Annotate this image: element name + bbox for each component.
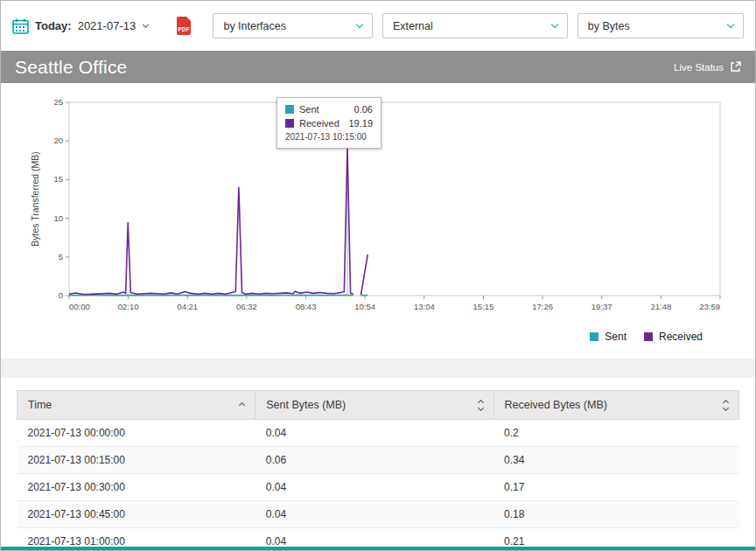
- bottom-accent-bar: [1, 547, 755, 550]
- sort-both-icon: [724, 401, 728, 410]
- sent-legend-swatch: [590, 332, 598, 341]
- table-cell: 0.04: [256, 474, 494, 501]
- chart-legend: Sent Received: [27, 329, 732, 345]
- chevron-down-icon: [356, 20, 363, 27]
- column-label-sent: Sent Bytes (MB): [266, 399, 346, 411]
- svg-text:06:32: 06:32: [236, 302, 257, 311]
- svg-text:19:37: 19:37: [592, 302, 612, 311]
- date-label: Today:: [35, 19, 72, 32]
- table-cell: 0.2: [494, 420, 739, 447]
- date-picker[interactable]: Today: 2021-07-13: [12, 18, 177, 34]
- interfaces-dropdown-value: by Interfaces: [223, 20, 286, 32]
- svg-text:20: 20: [53, 136, 63, 145]
- interfaces-dropdown[interactable]: by Interfaces: [213, 13, 372, 38]
- pdf-icon-label: PDF: [178, 26, 190, 35]
- table-row: 2021-07-13 00:30:000.040.17: [18, 474, 739, 501]
- svg-text:02:10: 02:10: [118, 302, 139, 311]
- table-cell: 0.06: [256, 447, 494, 474]
- table-cell: 2021-07-13 00:15:00: [18, 447, 256, 474]
- table-cell: 0.04: [256, 501, 494, 528]
- svg-text:25: 25: [53, 97, 63, 107]
- svg-text:08:43: 08:43: [296, 302, 317, 311]
- svg-text:04:21: 04:21: [177, 302, 198, 311]
- sort-asc-icon: [239, 401, 245, 408]
- metric-dropdown[interactable]: by Bytes: [578, 13, 744, 38]
- svg-text:17:26: 17:26: [532, 302, 553, 311]
- table-cell: 0.17: [494, 474, 739, 501]
- tooltip-received-row: Received 19.19: [285, 118, 373, 129]
- section-divider: [1, 359, 755, 378]
- svg-text:15:15: 15:15: [473, 302, 494, 311]
- tooltip-received-label: Received: [299, 118, 340, 129]
- toolbar: Today: 2021-07-13 PDF by Interfaces Exte…: [1, 1, 755, 51]
- chart-section: 051015202500:0002:1004:2106:3208:4310:54…: [1, 83, 755, 352]
- column-label-received: Received Bytes (MB): [505, 399, 607, 411]
- column-header-time[interactable]: Time: [18, 391, 256, 420]
- table-row: 2021-07-13 00:45:000.040.18: [18, 501, 739, 528]
- table-cell: 0.04: [256, 420, 494, 447]
- svg-text:5: 5: [59, 252, 63, 262]
- chevron-down-icon: [550, 20, 557, 27]
- external-link-icon: [730, 61, 741, 73]
- tooltip-timestamp: 2021-07-13 10:15:00: [285, 132, 373, 142]
- table-cell: 0.18: [494, 501, 739, 528]
- tooltip-sent-value: 0.06: [354, 104, 373, 115]
- page-title: Seattle Office: [15, 57, 127, 78]
- svg-text:21:48: 21:48: [650, 302, 671, 311]
- legend-item-sent: Sent: [590, 331, 626, 343]
- svg-text:10:54: 10:54: [354, 302, 375, 311]
- date-value: 2021-07-13: [78, 19, 136, 32]
- metric-dropdown-value: by Bytes: [588, 20, 630, 32]
- table-header-row: Time Sent Bytes (MB) Received Bytes (MB): [18, 391, 739, 420]
- pdf-fold-icon: [186, 17, 191, 21]
- table-cell: 2021-07-13 00:30:00: [18, 474, 256, 501]
- received-legend-swatch: [644, 332, 653, 341]
- chevron-down-icon: [727, 20, 734, 27]
- tooltip-sent-label: Sent: [299, 104, 319, 115]
- sort-both-icon: [479, 401, 483, 410]
- column-label-time: Time: [28, 399, 52, 411]
- received-swatch: [285, 119, 294, 128]
- svg-text:Bytes Transferred (MB): Bytes Transferred (MB): [30, 151, 40, 247]
- chart-tooltip: Sent 0.06 Received 19.19 2021-07-13 10:1…: [276, 97, 382, 149]
- legend-item-received: Received: [644, 331, 703, 343]
- column-header-received[interactable]: Received Bytes (MB): [494, 391, 739, 420]
- column-header-sent[interactable]: Sent Bytes (MB): [256, 391, 494, 420]
- table-cell: 2021-07-13 00:00:00: [18, 420, 256, 447]
- table-row: 2021-07-13 00:00:000.040.2: [18, 420, 739, 447]
- legend-sent-label: Sent: [605, 331, 626, 343]
- legend-received-label: Received: [659, 331, 703, 343]
- svg-text:15: 15: [53, 174, 63, 184]
- table-cell: 2021-07-13 00:45:00: [18, 501, 256, 528]
- traffic-table: Time Sent Bytes (MB) Received Bytes (MB)…: [17, 390, 739, 551]
- live-status-label: Live Status: [674, 62, 724, 73]
- tooltip-received-value: 19.19: [348, 118, 373, 129]
- svg-text:00:00: 00:00: [69, 302, 90, 311]
- pdf-export-button[interactable]: PDF: [177, 17, 192, 35]
- tooltip-sent-row: Sent 0.06: [285, 104, 373, 115]
- interface-select-dropdown[interactable]: External: [382, 13, 568, 38]
- svg-text:10: 10: [53, 213, 63, 223]
- sent-swatch: [285, 105, 294, 114]
- calendar-icon: [12, 18, 29, 34]
- svg-text:0: 0: [59, 290, 63, 300]
- svg-text:13:04: 13:04: [414, 302, 435, 311]
- live-status-link[interactable]: Live Status: [674, 61, 741, 73]
- interface-select-value: External: [393, 20, 433, 32]
- page-header: Seattle Office Live Status: [1, 51, 755, 83]
- table-row: 2021-07-13 00:15:000.060.34: [18, 447, 739, 474]
- chevron-down-icon: [143, 22, 149, 28]
- table-body: 2021-07-13 00:00:000.040.22021-07-13 00:…: [18, 420, 739, 551]
- svg-text:23:59: 23:59: [699, 302, 720, 311]
- table-cell: 0.34: [494, 447, 739, 474]
